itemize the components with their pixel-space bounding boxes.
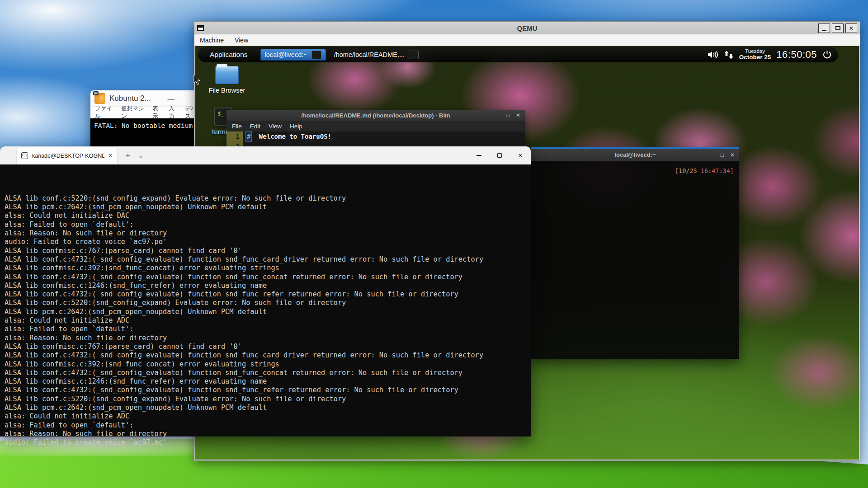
kubuntu-menu-item[interactable]: 表示 (152, 105, 162, 120)
terminal-output-line: ALSA lib confmisc.c:1246:(snd_func_refer… (5, 377, 531, 386)
terminal-output-line: ALSA lib confmisc.c:392:(snd_func_concat… (5, 264, 531, 272)
virtualbox-vm-icon: 64 (94, 93, 105, 104)
maximize-icon (835, 26, 840, 30)
panel-date-text: October 25 (739, 54, 771, 61)
kubuntu-menu-item[interactable]: 入力 (169, 105, 178, 120)
terminal-tab-title: kanade@DESKTOP-KOGND4H (32, 153, 104, 159)
terminal-output-line: alsa: Could not initialize ADC (5, 412, 531, 421)
kubuntu-menu-item[interactable]: 仮想マシン (121, 105, 146, 120)
terminal-output[interactable]: ALSA lib conf.c:5220:(snd_config_expand)… (0, 164, 531, 447)
vm-icon-highlight (99, 94, 106, 101)
terminal-output-line: alsa: Failed to open `default': (5, 325, 531, 333)
toaru-terminal-window: local@livecd:~ □ ✕ [10/25 16:47:34] (531, 147, 739, 359)
terminal-output-line: alsa: Reason: No such file or directory (5, 430, 531, 438)
bim-menubar: FileEditViewHelp (226, 121, 525, 131)
toaru-panel: Applications local@livecd:~ /home/local/… (198, 47, 838, 62)
vm-64bit-badge: 64 (93, 91, 99, 95)
line-number: 1 (226, 131, 243, 141)
toaru-terminal-titlebar[interactable]: local@livecd:~ □ ✕ (531, 149, 739, 161)
qemu-menu-item[interactable]: View (235, 37, 248, 44)
bim-menu-item[interactable]: View (269, 123, 282, 130)
terminal-output-line: alsa: Reason: No such file or directory (5, 229, 531, 238)
timestamp-time: 16:47:34 (701, 167, 730, 174)
mouse-cursor (193, 74, 202, 86)
kubuntu-window-title: Kubuntu 2... (109, 94, 151, 103)
terminal-output-line: audio: Failed to create voice `ac97.mc' (5, 438, 531, 447)
terminal-output-line: alsa: Failed to open `default': (5, 421, 531, 430)
network-icon[interactable] (724, 51, 734, 59)
desktop-icon-file-browser[interactable]: File Browser (206, 66, 248, 94)
cmd-icon: C:\ (21, 152, 28, 159)
timestamp-date: 10/25 (679, 167, 701, 174)
terminal-output-line: ALSA lib pcm.c:2642:(snd_pcm_open_noupda… (5, 203, 531, 211)
taskbar-window-title: /home/local/README.... (334, 51, 405, 58)
panel-clock: 16:50:05 (776, 49, 817, 61)
bim-menu-item[interactable]: Help (290, 123, 302, 130)
tab-close-button[interactable]: ✕ (108, 153, 113, 159)
minimize-icon (476, 155, 481, 156)
toaru-terminal-body[interactable]: [10/25 16:47:34] (531, 161, 739, 174)
terminal-output-line: alsa: Could not initialize ADC (5, 316, 531, 325)
terminal-output-line: ALSA lib conf.c:4732:(_snd_config_evalua… (5, 386, 531, 394)
terminal-tab[interactable]: C:\ kanade@DESKTOP-KOGND4H ✕ (16, 146, 118, 164)
taskbar-window-title: local@livecd:~ (265, 51, 307, 58)
terminal-output-line: ALSA lib confmisc.c:767:(parse_card) can… (5, 343, 531, 351)
terminal-output-line: ALSA lib conf.c:4732:(_snd_config_evalua… (5, 369, 531, 377)
qemu-close-button[interactable]: ✕ (845, 23, 857, 33)
terminal-output-line: alsa: Failed to open `default': (5, 221, 531, 229)
terminal-output-line: audio: Failed to create voice `ac97.po' (5, 238, 531, 246)
editor-cursor: # (246, 131, 251, 141)
bim-maximize-button[interactable]: □ (506, 112, 509, 118)
terminal-output-line: ALSA lib confmisc.c:1246:(snd_func_refer… (5, 282, 531, 290)
folder-icon (215, 66, 239, 84)
terminal-output-line: ALSA lib conf.c:5220:(snd_config_expand)… (5, 395, 531, 404)
kubuntu-menu-item[interactable]: ファイル (95, 105, 114, 120)
bim-titlebar[interactable]: /home/local/README.md (/home/local/Deskt… (226, 110, 525, 121)
timestamp-bracket-open: [ (675, 167, 679, 174)
terminal-window-icon (409, 51, 419, 59)
qemu-minimize-button[interactable] (818, 23, 830, 33)
qemu-menubar: MachineView (194, 34, 860, 46)
terminal-close-button[interactable]: ✕ (510, 146, 531, 164)
power-icon[interactable] (822, 50, 832, 60)
terminal-maximize-button[interactable] (489, 146, 510, 164)
panel-date: Tuesday October 25 (739, 49, 771, 60)
terminal-output-line: alsa: Could not initialize DAC (5, 211, 531, 220)
volume-icon[interactable] (708, 51, 718, 59)
terminal-tabbar[interactable]: C:\ kanade@DESKTOP-KOGND4H ✕ + ⌄ ✕ (0, 146, 531, 164)
taskbar-window-button[interactable]: local@livecd:~ (260, 49, 326, 61)
terminal-minimize-button[interactable] (468, 146, 489, 164)
terminal-output-line: ALSA lib conf.c:4732:(_snd_config_evalua… (5, 290, 531, 299)
terminal-window-icon (311, 51, 321, 59)
terminal-output-line: ALSA lib conf.c:5220:(snd_config_expand)… (5, 194, 531, 203)
terminal-output-line: ALSA lib conf.c:4732:(_snd_config_evalua… (5, 273, 531, 282)
qemu-window-title: QEMU (194, 24, 860, 32)
qemu-titlebar[interactable]: QEMU ✕ (194, 22, 860, 34)
terminal-output-line: ALSA lib conf.c:4732:(_snd_config_evalua… (5, 351, 531, 360)
bim-menu-item[interactable]: Edit (250, 123, 260, 130)
qemu-menu-item[interactable]: Machine (200, 37, 224, 44)
windows-terminal-window: C:\ kanade@DESKTOP-KOGND4H ✕ + ⌄ ✕ ALSA … (0, 146, 531, 436)
applications-menu[interactable]: Applications (210, 51, 248, 59)
terminal-output-line: ALSA lib confmisc.c:392:(snd_func_concat… (5, 360, 531, 369)
bim-close-button[interactable]: ✕ (516, 112, 520, 118)
terminal-output-line: ALSA lib pcm.c:2642:(snd_pcm_open_noupda… (5, 308, 531, 316)
terminal-output-line: ALSA lib conf.c:5220:(snd_config_expand)… (5, 299, 531, 307)
bim-menu-item[interactable]: File (232, 123, 242, 130)
qemu-maximize-button[interactable] (832, 23, 844, 33)
file-browser-label: File Browser (206, 87, 248, 94)
timestamp-bracket-close: ] (730, 167, 734, 174)
tab-dropdown-button[interactable]: ⌄ (138, 152, 143, 159)
taskbar-window-button[interactable]: /home/local/README.... (330, 49, 423, 61)
editor-line-text: Welcome to ToaruOS! (251, 131, 331, 141)
bim-window-title: /home/local/README.md (/home/local/Deskt… (226, 112, 525, 119)
maximize-icon (497, 153, 502, 158)
new-tab-button[interactable]: + (126, 151, 130, 160)
panel-task-list: local@livecd:~ /home/local/README.... (260, 49, 423, 61)
toaru-terminal-title: local@livecd:~ (531, 151, 739, 158)
toaru-terminal-close-button[interactable]: ✕ (730, 152, 735, 158)
terminal-output-line: ALSA lib pcm.c:2642:(snd_pcm_open_noupda… (5, 404, 531, 412)
toaru-terminal-maximize-button[interactable]: □ (721, 152, 724, 158)
kubuntu-minimize-button[interactable]: — (166, 95, 175, 103)
terminal-output-line: ALSA lib conf.c:4732:(_snd_config_evalua… (5, 255, 531, 264)
